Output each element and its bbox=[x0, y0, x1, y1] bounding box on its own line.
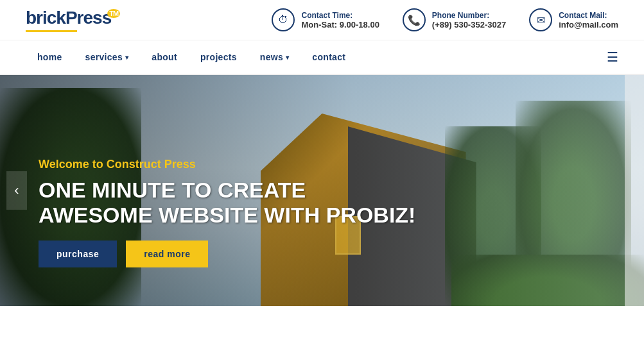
chevron-down-icon: ▾ bbox=[125, 54, 128, 61]
chevron-down-icon: ▾ bbox=[286, 54, 289, 61]
contact-time-item: ⏱ Contact Time: Mon-Sat: 9.00-18.00 bbox=[272, 8, 379, 31]
contact-phone-value: (+89) 530-352-3027 bbox=[432, 20, 506, 30]
hamburger-menu-icon[interactable]: ☰ bbox=[607, 49, 618, 65]
contact-phone-label: Phone Number: bbox=[432, 11, 506, 20]
navbar: home services ▾ about projects news ▾ co… bbox=[0, 40, 644, 75]
contact-mail-value: info@mail.com bbox=[559, 20, 618, 30]
contact-phone-info: Phone Number: (+89) 530-352-3027 bbox=[432, 11, 506, 30]
nav-item-news[interactable]: news ▾ bbox=[248, 42, 301, 72]
logo-tm: TM bbox=[107, 9, 120, 18]
clock-icon: ⏱ bbox=[272, 8, 295, 31]
nav-item-about[interactable]: about bbox=[140, 42, 189, 72]
phone-icon: 📞 bbox=[403, 8, 426, 31]
nav-item-projects[interactable]: projects bbox=[189, 42, 248, 72]
logo-text: brickPress bbox=[26, 8, 111, 28]
contact-phone-item: 📞 Phone Number: (+89) 530-352-3027 bbox=[403, 8, 506, 31]
hero-subtitle: Welcome to Construct Press bbox=[39, 158, 424, 171]
contact-time-info: Contact Time: Mon-Sat: 9.00-18.00 bbox=[301, 11, 379, 30]
nav-item-home[interactable]: home bbox=[26, 42, 74, 72]
hero-buttons: purchase read more bbox=[39, 241, 424, 267]
logo: brickPress TM bbox=[26, 8, 111, 28]
logo-area: brickPress TM bbox=[26, 8, 111, 32]
logo-underline bbox=[26, 30, 77, 32]
mail-icon: ✉ bbox=[529, 8, 552, 31]
read-more-button[interactable]: read more bbox=[126, 241, 208, 267]
right-panel-hint bbox=[625, 75, 644, 306]
contact-mail-item: ✉ Contact Mail: info@mail.com bbox=[529, 8, 618, 31]
nav-link-home[interactable]: home bbox=[26, 42, 74, 72]
contact-items: ⏱ Contact Time: Mon-Sat: 9.00-18.00 📞 Ph… bbox=[272, 8, 618, 31]
contact-mail-info: Contact Mail: info@mail.com bbox=[559, 11, 618, 30]
nav-link-news[interactable]: news ▾ bbox=[248, 42, 301, 72]
nav-link-contact[interactable]: contact bbox=[300, 42, 357, 72]
purchase-button[interactable]: purchase bbox=[39, 241, 117, 267]
nav-item-contact[interactable]: contact bbox=[300, 42, 357, 72]
hero-content: Welcome to Construct Press ONE MINUTE TO… bbox=[39, 158, 424, 267]
nav-link-projects[interactable]: projects bbox=[189, 42, 248, 72]
nav-link-about[interactable]: about bbox=[140, 42, 189, 72]
nav-links: home services ▾ about projects news ▾ co… bbox=[26, 42, 607, 72]
contact-time-value: Mon-Sat: 9.00-18.00 bbox=[301, 20, 379, 30]
hero-section: ‹ Welcome to Construct Press ONE MINUTE … bbox=[0, 75, 644, 306]
header-top: brickPress TM ⏱ Contact Time: Mon-Sat: 9… bbox=[0, 0, 644, 40]
hero-title: ONE MINUTE TO CREATE AWESOME WEBSITE WIT… bbox=[39, 178, 424, 228]
nav-link-services[interactable]: services ▾ bbox=[74, 42, 141, 72]
carousel-prev-arrow[interactable]: ‹ bbox=[6, 171, 27, 210]
contact-mail-label: Contact Mail: bbox=[559, 11, 618, 20]
contact-time-label: Contact Time: bbox=[301, 11, 379, 20]
nav-item-services[interactable]: services ▾ bbox=[74, 42, 141, 72]
prev-arrow-icon: ‹ bbox=[14, 182, 19, 199]
